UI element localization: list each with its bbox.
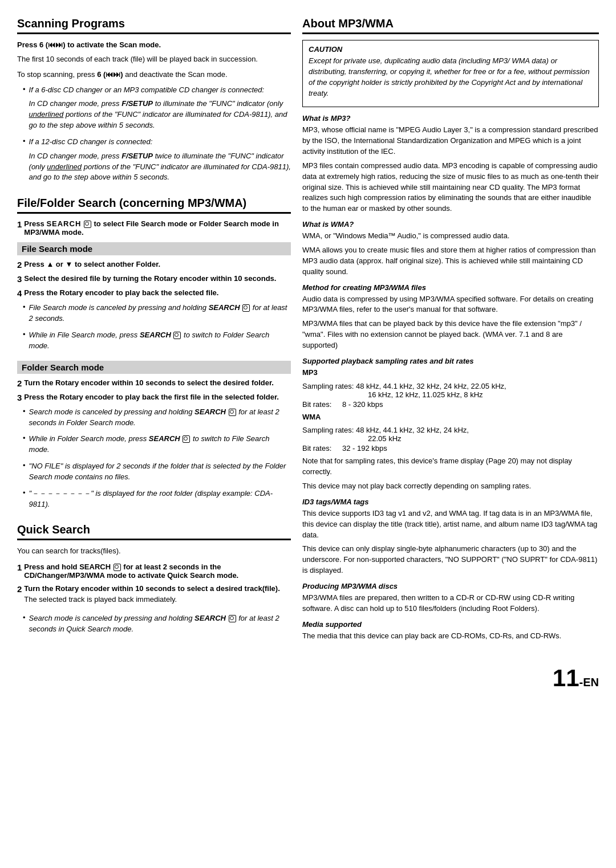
right-column: About MP3/WMA CAUTION Except for private…: [302, 17, 599, 845]
search-icon-7: [229, 615, 236, 622]
caution-title: CAUTION: [309, 45, 593, 54]
mp3-label: MP3: [302, 368, 318, 377]
playback-title: Supported playback sampling rates and bi…: [302, 357, 599, 365]
caution-box: CAUTION Except for private use, duplicat…: [302, 40, 599, 107]
search-icon-3: [173, 332, 181, 339]
page-suffix: -EN: [579, 676, 599, 688]
search-icon-5: [183, 435, 190, 443]
search-icon-2: [242, 304, 250, 312]
media-title: Media supported: [302, 620, 599, 629]
wma-sampling: Sampling rates: 48 kHz, 44.1 kHz, 32 kHz…: [302, 426, 469, 434]
note-sampling2: This device may not play back correctly …: [302, 481, 599, 492]
search-icon: [84, 221, 91, 228]
what-is-wma-body1: WMA, or "Windows Media™ Audio," is compr…: [302, 231, 599, 242]
qs-step1-row: 1 Press and hold SEARCH for at least 2 s…: [17, 563, 291, 580]
folder-bullet2: • While in Folder Search mode, press SEA…: [17, 434, 291, 459]
press6-body: The first 10 seconds of each track (file…: [17, 54, 291, 65]
what-is-mp3-body1: MP3, whose official name is "MPEG Audio …: [302, 125, 599, 157]
id3-title: ID3 tags/WMA tags: [302, 498, 599, 506]
mp3-sampling: Sampling rates: 48 kHz, 44.1 kHz, 32 kHz…: [302, 382, 506, 399]
about-section: About MP3/WMA CAUTION Except for private…: [302, 17, 599, 642]
method-body1: Audio data is compressed by using MP3/WM…: [302, 294, 599, 316]
file-folder-section: File/Folder Search (concerning MP3/WMA) …: [17, 197, 291, 513]
scanning-section: Scanning Programs Press 6 (⏮⏭) to activa…: [17, 17, 291, 186]
caution-body: Except for private use, duplicating audi…: [309, 56, 593, 99]
qs-step2-row: 2 Turn the Rotary encoder within 10 seco…: [17, 584, 291, 609]
page-number: 11: [553, 665, 579, 691]
folder-bullet1: • Search mode is canceled by pressing an…: [17, 407, 291, 432]
file-bullet1: • File Search mode is canceled by pressi…: [17, 303, 291, 328]
method-body2: MP3/WMA files that can be played back by…: [302, 319, 599, 351]
step2-folder-row: 2 Turn the Rotary encoder within 10 seco…: [17, 378, 291, 388]
search-icon-4: [229, 409, 236, 416]
file-search-label: File Search mode: [17, 242, 291, 255]
step4-file-row: 4 Press the Rotary encoder to play back …: [17, 288, 291, 298]
what-is-wma-title: What is WMA?: [302, 220, 599, 229]
wma-label: WMA: [302, 413, 321, 421]
mp3-sampling2: 16 kHz, 12 kHz, 11.025 kHz, 8 kHz: [302, 390, 483, 399]
folder-bullet4: • "－－－－－－－－" is displayed for the root f…: [17, 488, 291, 514]
scanning-title: Scanning Programs: [17, 17, 291, 34]
what-is-mp3-title: What is MP3?: [302, 114, 599, 123]
step3-file-row: 3 Select the desired file by turning the…: [17, 274, 291, 284]
producing-title: Producing MP3/WMA discs: [302, 582, 599, 590]
folder-bullet3: • "NO FILE" is displayed for 2 seconds i…: [17, 461, 291, 486]
bullet2-heading: If a 12-disc CD changer is connected:: [29, 137, 153, 146]
quick-search-intro: You can search for tracks(files).: [17, 546, 291, 557]
wma-bit: Bit rates:: [302, 444, 342, 453]
step2-file-text: Press ▲ or ▼ to select another Folder.: [24, 260, 160, 268]
producing-body: MP3/WMA files are prepared, then written…: [302, 593, 599, 614]
about-title: About MP3/WMA: [302, 17, 599, 34]
step3-folder-row: 3 Press the Rotary encoder to play back …: [17, 393, 291, 402]
page-number-area: 11-EN: [302, 665, 599, 692]
qs-bullet1: • Search mode is canceled by pressing an…: [17, 613, 291, 638]
bullet1-heading: If a 6-disc CD changer or an MP3 compati…: [29, 85, 265, 94]
quick-search-section: Quick Search You can search for tracks(f…: [17, 523, 291, 638]
media-body: The media that this device can play back…: [302, 631, 599, 642]
mp3-bit: Bit rates:: [302, 400, 342, 409]
qs-step2-sub: The selected track is played back immedi…: [24, 594, 291, 605]
stop-scanning: To stop scanning, press 6 (⏮⏭) and deact…: [17, 70, 291, 80]
id3-body1: This device supports ID3 tag v1 and v2, …: [302, 508, 599, 541]
id3-body2: This device can only display single-byte…: [302, 544, 599, 576]
wma-sampling2: 22.05 kHz: [302, 434, 402, 443]
file-bullet2: • While in File Search mode, press SEARC…: [17, 330, 291, 355]
press6-heading: Press 6 (⏮⏭) to activate the Scan mode.: [17, 40, 161, 49]
quick-search-title: Quick Search: [17, 523, 291, 540]
note-sampling1: Note that for sampling rates, this devic…: [302, 456, 599, 478]
left-column: Scanning Programs Press 6 (⏮⏭) to activa…: [17, 17, 291, 845]
folder-search-label: Folder Search mode: [17, 361, 291, 374]
scanning-bullet1: • If a 6-disc CD changer or an MP3 compa…: [17, 85, 291, 135]
method-title: Method for creating MP3/WMA files: [302, 283, 599, 292]
what-is-wma-body2: WMA allows you to create music files and…: [302, 245, 599, 278]
what-is-mp3-body2: MP3 files contain compressed audio data.…: [302, 161, 599, 214]
step2-file-row: 2 Press ▲ or ▼ to select another Folder.: [17, 260, 291, 270]
step1-row: 1 Press SEARCH to select File Search mod…: [17, 219, 291, 237]
file-folder-title: File/Folder Search (concerning MP3/WMA): [17, 197, 291, 214]
search-icon-6: [114, 564, 121, 571]
wma-bit-val: 32 - 192 kbps: [342, 444, 387, 453]
scanning-bullet2: • If a 12-disc CD changer is connected: …: [17, 137, 291, 186]
mp3-bit-val: 8 - 320 kbps: [342, 400, 383, 409]
